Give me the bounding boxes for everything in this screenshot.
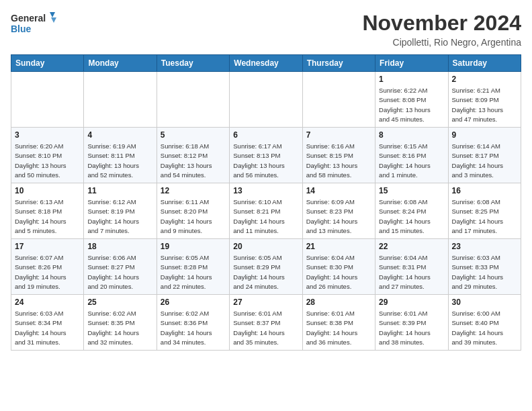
day-number: 4 (87, 130, 152, 140)
day-number: 13 (233, 186, 298, 195)
day-number: 30 (452, 298, 517, 307)
day-info: Sunrise: 6:01 AM Sunset: 8:37 PM Dayligh… (233, 309, 298, 347)
calendar-cell: 9Sunrise: 6:14 AM Sunset: 8:17 PM Daylig… (448, 128, 521, 183)
day-info: Sunrise: 6:04 AM Sunset: 8:30 PM Dayligh… (306, 253, 371, 291)
calendar-cell: 10Sunrise: 6:13 AM Sunset: 8:18 PM Dayli… (11, 183, 84, 239)
day-info: Sunrise: 6:11 AM Sunset: 8:20 PM Dayligh… (161, 197, 226, 236)
day-number: 12 (161, 186, 226, 195)
location: Cipolletti, Rio Negro, Argentina (362, 37, 521, 48)
day-info: Sunrise: 6:01 AM Sunset: 8:39 PM Dayligh… (379, 309, 444, 347)
calendar-cell (157, 72, 229, 128)
day-info: Sunrise: 6:15 AM Sunset: 8:16 PM Dayligh… (379, 142, 444, 180)
calendar-cell: 19Sunrise: 6:05 AM Sunset: 8:28 PM Dayli… (157, 239, 229, 295)
day-info: Sunrise: 6:17 AM Sunset: 8:13 PM Dayligh… (233, 142, 298, 180)
calendar-week-5: 24Sunrise: 6:03 AM Sunset: 8:34 PM Dayli… (11, 295, 521, 351)
day-info: Sunrise: 6:16 AM Sunset: 8:15 PM Dayligh… (306, 142, 371, 180)
day-number: 16 (452, 186, 517, 195)
day-number: 26 (161, 298, 226, 307)
calendar-cell: 11Sunrise: 6:12 AM Sunset: 8:19 PM Dayli… (84, 183, 157, 239)
day-info: Sunrise: 6:13 AM Sunset: 8:18 PM Dayligh… (15, 197, 80, 236)
day-info: Sunrise: 6:03 AM Sunset: 8:34 PM Dayligh… (15, 309, 80, 347)
calendar-week-3: 10Sunrise: 6:13 AM Sunset: 8:18 PM Dayli… (11, 183, 521, 239)
day-number: 19 (161, 242, 226, 251)
day-info: Sunrise: 6:08 AM Sunset: 8:25 PM Dayligh… (452, 197, 517, 236)
day-info: Sunrise: 6:18 AM Sunset: 8:12 PM Dayligh… (161, 142, 226, 180)
calendar-cell (230, 72, 302, 128)
day-info: Sunrise: 6:04 AM Sunset: 8:31 PM Dayligh… (379, 253, 444, 291)
day-info: Sunrise: 6:22 AM Sunset: 8:08 PM Dayligh… (379, 86, 444, 124)
svg-marker-3 (51, 17, 56, 23)
page: General Blue November 2024 Cipolletti, R… (0, 0, 532, 411)
day-header-wednesday: Wednesday (230, 55, 302, 72)
day-header-monday: Monday (84, 55, 157, 72)
day-number: 25 (87, 298, 152, 307)
calendar-cell: 13Sunrise: 6:10 AM Sunset: 8:21 PM Dayli… (230, 183, 302, 239)
day-info: Sunrise: 6:10 AM Sunset: 8:21 PM Dayligh… (233, 197, 298, 236)
logo-svg: General Blue (11, 11, 58, 40)
day-number: 9 (452, 130, 517, 140)
calendar-cell: 3Sunrise: 6:20 AM Sunset: 8:10 PM Daylig… (11, 128, 84, 183)
day-info: Sunrise: 6:03 AM Sunset: 8:33 PM Dayligh… (452, 253, 517, 291)
day-number: 21 (306, 242, 371, 251)
calendar-cell: 14Sunrise: 6:09 AM Sunset: 8:23 PM Dayli… (302, 183, 375, 239)
calendar-cell: 4Sunrise: 6:19 AM Sunset: 8:11 PM Daylig… (84, 128, 157, 183)
day-number: 23 (452, 242, 517, 251)
calendar-cell: 1Sunrise: 6:22 AM Sunset: 8:08 PM Daylig… (375, 72, 448, 128)
day-info: Sunrise: 6:20 AM Sunset: 8:10 PM Dayligh… (15, 142, 80, 180)
day-info: Sunrise: 6:06 AM Sunset: 8:27 PM Dayligh… (87, 253, 152, 291)
header: General Blue November 2024 Cipolletti, R… (11, 11, 521, 48)
day-number: 18 (87, 242, 152, 251)
calendar-cell: 26Sunrise: 6:02 AM Sunset: 8:36 PM Dayli… (157, 295, 229, 351)
day-info: Sunrise: 6:05 AM Sunset: 8:28 PM Dayligh… (161, 253, 226, 291)
day-number: 10 (15, 186, 80, 195)
calendar-cell: 18Sunrise: 6:06 AM Sunset: 8:27 PM Dayli… (84, 239, 157, 295)
day-info: Sunrise: 6:02 AM Sunset: 8:36 PM Dayligh… (161, 309, 226, 347)
day-number: 17 (15, 242, 80, 251)
calendar-cell (302, 72, 375, 128)
day-info: Sunrise: 6:14 AM Sunset: 8:17 PM Dayligh… (452, 142, 517, 180)
day-number: 15 (379, 186, 444, 195)
calendar-cell: 17Sunrise: 6:07 AM Sunset: 8:26 PM Dayli… (11, 239, 84, 295)
day-number: 6 (233, 130, 298, 140)
month-title: November 2024 (362, 11, 521, 36)
calendar-cell (11, 72, 84, 128)
day-info: Sunrise: 6:19 AM Sunset: 8:11 PM Dayligh… (87, 142, 152, 180)
calendar-cell: 21Sunrise: 6:04 AM Sunset: 8:30 PM Dayli… (302, 239, 375, 295)
day-info: Sunrise: 6:02 AM Sunset: 8:35 PM Dayligh… (87, 309, 152, 347)
calendar-cell: 24Sunrise: 6:03 AM Sunset: 8:34 PM Dayli… (11, 295, 84, 351)
day-number: 22 (379, 242, 444, 251)
day-info: Sunrise: 6:00 AM Sunset: 8:40 PM Dayligh… (452, 309, 517, 347)
day-header-friday: Friday (375, 55, 448, 72)
calendar-cell: 29Sunrise: 6:01 AM Sunset: 8:39 PM Dayli… (375, 295, 448, 351)
calendar-week-1: 1Sunrise: 6:22 AM Sunset: 8:08 PM Daylig… (11, 72, 521, 128)
svg-text:General: General (11, 13, 46, 24)
day-info: Sunrise: 6:07 AM Sunset: 8:26 PM Dayligh… (15, 253, 80, 291)
day-number: 11 (87, 186, 152, 195)
calendar-cell: 23Sunrise: 6:03 AM Sunset: 8:33 PM Dayli… (448, 239, 521, 295)
calendar-cell: 12Sunrise: 6:11 AM Sunset: 8:20 PM Dayli… (157, 183, 229, 239)
day-number: 20 (233, 242, 298, 251)
calendar-week-4: 17Sunrise: 6:07 AM Sunset: 8:26 PM Dayli… (11, 239, 521, 295)
calendar-cell: 20Sunrise: 6:05 AM Sunset: 8:29 PM Dayli… (230, 239, 302, 295)
day-header-thursday: Thursday (302, 55, 375, 72)
day-header-tuesday: Tuesday (157, 55, 229, 72)
calendar-cell: 16Sunrise: 6:08 AM Sunset: 8:25 PM Dayli… (448, 183, 521, 239)
day-info: Sunrise: 6:05 AM Sunset: 8:29 PM Dayligh… (233, 253, 298, 291)
calendar-cell (84, 72, 157, 128)
day-number: 8 (379, 130, 444, 140)
calendar-cell: 7Sunrise: 6:16 AM Sunset: 8:15 PM Daylig… (302, 128, 375, 183)
day-number: 3 (15, 130, 80, 140)
day-info: Sunrise: 6:12 AM Sunset: 8:19 PM Dayligh… (87, 197, 152, 236)
logo: General Blue (11, 11, 58, 40)
calendar-cell: 28Sunrise: 6:01 AM Sunset: 8:38 PM Dayli… (302, 295, 375, 351)
day-number: 2 (452, 75, 517, 84)
day-header-saturday: Saturday (448, 55, 521, 72)
calendar-header-row: SundayMondayTuesdayWednesdayThursdayFrid… (11, 55, 521, 72)
calendar-cell: 30Sunrise: 6:00 AM Sunset: 8:40 PM Dayli… (448, 295, 521, 351)
calendar: SundayMondayTuesdayWednesdayThursdayFrid… (11, 54, 521, 351)
calendar-cell: 2Sunrise: 6:21 AM Sunset: 8:09 PM Daylig… (448, 72, 521, 128)
day-number: 24 (15, 298, 80, 307)
day-number: 7 (306, 130, 371, 140)
day-number: 1 (379, 75, 444, 84)
day-number: 14 (306, 186, 371, 195)
